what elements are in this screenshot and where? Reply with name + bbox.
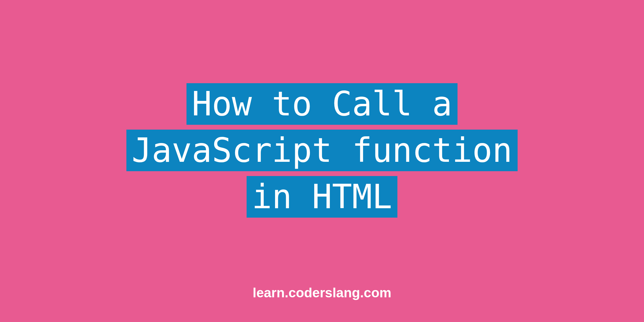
title-line-1: How to Call a — [186, 83, 458, 125]
footer-site-url: learn.coderslang.com — [0, 285, 644, 301]
title-line-2: JavaScript function — [126, 130, 518, 171]
page-title: How to Call a JavaScript function in HTM… — [126, 83, 518, 218]
title-line-3: in HTML — [247, 176, 398, 218]
